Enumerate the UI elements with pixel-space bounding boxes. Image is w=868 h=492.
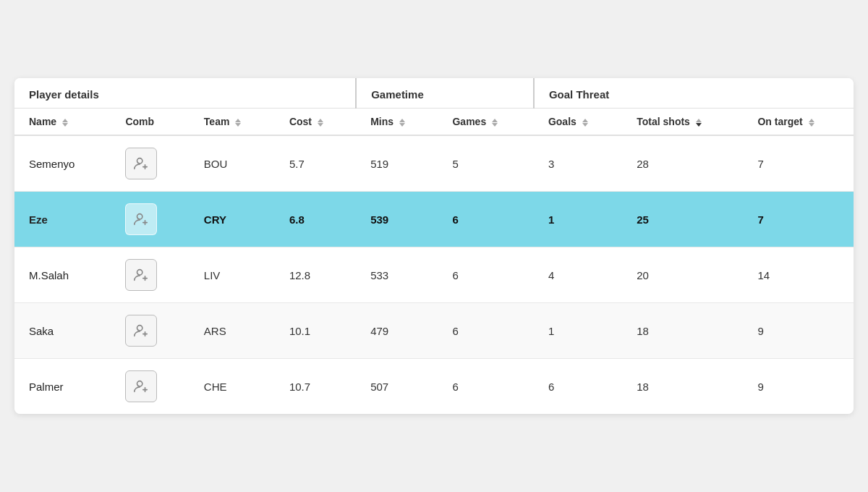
cell-cost: 10.7 [275, 359, 356, 415]
total-shots-sort-icon [696, 119, 702, 127]
cell-mins: 519 [356, 135, 438, 192]
svg-point-3 [137, 214, 142, 219]
on-target-sort-icon [809, 119, 814, 127]
add-player-button[interactable] [125, 259, 157, 291]
player-name: Saka [29, 325, 54, 337]
cell-comb [111, 247, 189, 303]
cell-mins: 507 [356, 359, 438, 415]
player-stats-table: Player details Gametime Goal Threat Name… [14, 78, 854, 414]
col-total-shots[interactable]: Total shots [622, 109, 743, 136]
cell-comb [111, 359, 189, 415]
cell-name: Palmer [14, 359, 111, 415]
col-comb: Comb [111, 109, 189, 136]
cell-mins: 479 [356, 303, 438, 359]
player-name: M.Salah [29, 269, 69, 281]
goal-threat-group-header: Goal Threat [534, 78, 854, 109]
col-on-target[interactable]: On target [743, 109, 854, 136]
cell-cost: 10.1 [275, 303, 356, 359]
cell-team: CRY [190, 192, 275, 247]
cell-games: 6 [438, 303, 533, 359]
col-name[interactable]: Name [14, 109, 111, 136]
col-cost[interactable]: Cost [275, 109, 356, 136]
cell-goals: 3 [534, 135, 622, 192]
cell-mins: 539 [356, 192, 438, 247]
group-header-row: Player details Gametime Goal Threat [14, 78, 854, 109]
goals-sort-icon [582, 119, 588, 127]
cell-games: 6 [438, 192, 533, 247]
cell-goals: 4 [534, 247, 622, 303]
cell-comb [111, 303, 189, 359]
add-player-icon [133, 323, 149, 339]
gametime-group-header: Gametime [356, 78, 534, 109]
svg-point-6 [137, 270, 142, 275]
cell-team: CHE [190, 359, 275, 415]
cell-mins: 533 [356, 247, 438, 303]
cell-cost: 6.8 [275, 192, 356, 247]
cell-on-target: 9 [743, 303, 854, 359]
cell-goals: 1 [534, 192, 622, 247]
cell-on-target: 14 [743, 247, 854, 303]
cell-total-shots: 18 [622, 303, 743, 359]
col-games[interactable]: Games [438, 109, 533, 136]
cell-games: 6 [438, 247, 533, 303]
table-row: Eze CRY6.853961257 [14, 192, 854, 247]
add-player-button[interactable] [125, 370, 157, 402]
cell-total-shots: 25 [622, 192, 743, 247]
table-row: M.Salah LIV12.8533642014 [14, 247, 854, 303]
cell-name: M.Salah [14, 247, 111, 303]
cell-comb [111, 192, 189, 247]
stats-table-container: Player details Gametime Goal Threat Name… [14, 78, 854, 414]
player-name: Palmer [29, 381, 64, 393]
table-row: Palmer CHE10.750766189 [14, 359, 854, 415]
cell-total-shots: 28 [622, 135, 743, 192]
mins-sort-icon [399, 119, 405, 127]
cell-team: LIV [190, 247, 275, 303]
table-row: Semenyo BOU5.751953287 [14, 135, 854, 192]
cell-name: Saka [14, 303, 111, 359]
cell-on-target: 9 [743, 359, 854, 415]
cell-games: 5 [438, 135, 533, 192]
add-player-icon [133, 378, 149, 394]
cell-goals: 6 [534, 359, 622, 415]
cell-name: Eze [14, 192, 111, 247]
col-mins[interactable]: Mins [356, 109, 438, 136]
cell-team: ARS [190, 303, 275, 359]
cell-total-shots: 18 [622, 359, 743, 415]
games-sort-icon [492, 119, 498, 127]
player-details-group-header: Player details [14, 78, 356, 109]
svg-point-0 [137, 158, 142, 164]
add-player-button[interactable] [125, 203, 157, 235]
player-name: Semenyo [29, 158, 75, 170]
player-name: Eze [29, 213, 48, 226]
table-row: Saka ARS10.147961189 [14, 303, 854, 359]
cell-team: BOU [190, 135, 275, 192]
cell-games: 6 [438, 359, 533, 415]
cell-on-target: 7 [743, 135, 854, 192]
team-sort-icon [235, 119, 241, 127]
col-goals[interactable]: Goals [534, 109, 622, 136]
add-player-icon [133, 211, 149, 227]
cell-cost: 5.7 [275, 135, 356, 192]
add-player-button[interactable] [125, 315, 157, 347]
column-header-row: Name Comb Team Cost [14, 109, 854, 136]
name-sort-icon [62, 119, 68, 127]
cell-comb [111, 135, 189, 192]
svg-point-9 [137, 326, 142, 331]
svg-point-12 [137, 381, 142, 386]
cell-name: Semenyo [14, 135, 111, 192]
col-team[interactable]: Team [190, 109, 275, 136]
cell-goals: 1 [534, 303, 622, 359]
cell-total-shots: 20 [622, 247, 743, 303]
add-player-icon [133, 267, 149, 283]
cell-on-target: 7 [743, 192, 854, 247]
add-player-icon [133, 156, 149, 171]
add-player-button[interactable] [125, 148, 157, 179]
cell-cost: 12.8 [275, 247, 356, 303]
cost-sort-icon [318, 119, 323, 127]
